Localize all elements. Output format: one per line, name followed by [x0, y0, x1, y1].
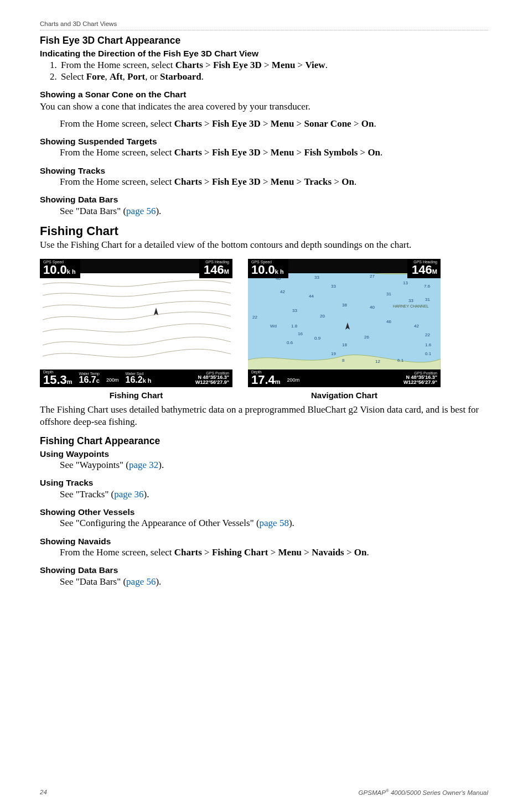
- svg-text:1.8: 1.8: [291, 324, 298, 329]
- svg-text:22: 22: [252, 315, 257, 320]
- svg-text:40: 40: [370, 305, 375, 310]
- fishing-chart-body: The Fishing Chart uses detailed bathymet…: [40, 404, 488, 428]
- figures-row: GPS Speed 10.0k h GPS Heading 146M Depth…: [40, 259, 488, 401]
- heading-showing-vessels: Showing Other Vessels: [40, 507, 488, 517]
- svg-text:27: 27: [370, 274, 375, 279]
- svg-text:Wd: Wd: [270, 324, 277, 329]
- svg-text:12: 12: [375, 359, 380, 364]
- svg-text:46: 46: [386, 319, 391, 324]
- figure-navigation-chart: HARNEY CHANNEL 403327 13337.6 424431 333…: [248, 259, 441, 401]
- map-area: HARNEY CHANNEL 403327 13337.6 424431 333…: [248, 273, 441, 369]
- link-page58[interactable]: page 58: [260, 518, 289, 528]
- suspended-step: From the Home screen, select Charts > Fi…: [60, 147, 488, 158]
- map-area: [40, 273, 232, 369]
- tracks-step: From the Home screen, select Charts > Fi…: [60, 176, 488, 188]
- svg-text:16: 16: [298, 331, 303, 336]
- readout-gps-speed: GPS Speed 10.0k h: [248, 259, 288, 278]
- link-page32[interactable]: page 32: [129, 460, 158, 470]
- figure-caption-navigation: Navigation Chart: [248, 391, 441, 401]
- sonar-cone-lead: You can show a cone that indicates the a…: [40, 101, 488, 112]
- step-text: From the Home screen, select Charts > Fi…: [61, 59, 328, 71]
- list-number: 2.: [50, 71, 61, 82]
- svg-text:33: 33: [292, 308, 297, 313]
- svg-text:0.9: 0.9: [314, 336, 321, 341]
- heading-showing-navaids: Showing Navaids: [40, 536, 488, 546]
- list-number: 1.: [50, 59, 61, 71]
- svg-text:42: 42: [280, 289, 285, 294]
- readout-gps-heading: GPS Heading 146M: [407, 259, 441, 278]
- svg-text:33: 33: [408, 298, 413, 303]
- heading-sonar-cone: Showing a Sonar Cone on the Chart: [40, 89, 488, 100]
- figure-fishing-chart: GPS Speed 10.0k h GPS Heading 146M Depth…: [40, 259, 232, 401]
- heading-suspended-targets: Showing Suspended Targets: [40, 136, 488, 147]
- svg-text:44: 44: [309, 294, 314, 299]
- heading-fisheye-appearance: Fish Eye 3D Chart Appearance: [40, 35, 488, 47]
- svg-text:31: 31: [386, 292, 391, 296]
- link-page56-b[interactable]: page 56: [126, 576, 156, 587]
- svg-rect-2: [248, 273, 441, 369]
- readout-gps-heading: GPS Heading 146M: [199, 259, 232, 278]
- footer-product: GPSMAP® 4000/5000 Series Owner's Manual: [359, 788, 488, 797]
- heading-using-tracks: Using Tracks: [40, 477, 488, 488]
- svg-text:1.6: 1.6: [425, 342, 432, 347]
- svg-text:33: 33: [314, 275, 319, 280]
- svg-text:22: 22: [425, 332, 430, 337]
- heading-using-waypoints: Using Waypoints: [40, 449, 488, 459]
- heading-showing-databars-2: Showing Data Bars: [40, 565, 488, 575]
- step-text: Select Fore, Aft, Port, or Starboard.: [61, 71, 204, 82]
- fishing-chart-intro: Use the Fishing Chart for a detailed vie…: [40, 239, 488, 251]
- tracks-ref: See "Tracks" (page 36).: [60, 488, 488, 500]
- svg-text:HARNEY CHANNEL: HARNEY CHANNEL: [393, 304, 429, 308]
- svg-text:20: 20: [320, 314, 325, 319]
- waypoints-ref: See "Waypoints" (page 32).: [60, 459, 488, 471]
- ordered-list-direction: 1. From the Home screen, select Charts >…: [50, 59, 488, 83]
- svg-text:0.6: 0.6: [287, 340, 293, 345]
- readout-gps-speed: GPS Speed 10.0k h: [40, 259, 80, 278]
- figure-caption-fishing: Fishing Chart: [40, 391, 232, 401]
- page-number: 24: [40, 788, 47, 797]
- svg-rect-0: [40, 273, 232, 369]
- svg-text:0.1: 0.1: [425, 351, 432, 356]
- heading-fishing-chart: Fishing Chart: [40, 223, 488, 239]
- svg-text:7.6: 7.6: [424, 284, 431, 289]
- link-page36[interactable]: page 36: [114, 489, 143, 499]
- heading-showing-tracks: Showing Tracks: [40, 165, 488, 176]
- screenshot-fishing-chart: GPS Speed 10.0k h GPS Heading 146M Depth…: [40, 259, 232, 387]
- sonar-cone-step: From the Home screen, select Charts > Fi…: [60, 118, 488, 129]
- svg-text:18: 18: [342, 342, 347, 347]
- databars-ref-1: See "Data Bars" (page 56).: [60, 205, 488, 217]
- svg-text:33: 33: [331, 284, 336, 289]
- link-page56-a[interactable]: page 56: [126, 206, 156, 216]
- running-header: Charts and 3D Chart Views: [40, 20, 488, 30]
- page-footer: 24 GPSMAP® 4000/5000 Series Owner's Manu…: [40, 788, 488, 797]
- heading-showing-databars-1: Showing Data Bars: [40, 194, 488, 205]
- svg-text:38: 38: [342, 303, 347, 308]
- screenshot-navigation-chart: HARNEY CHANNEL 403327 13337.6 424431 333…: [248, 259, 441, 387]
- vessels-ref: See "Configuring the Appearance of Other…: [60, 517, 488, 529]
- svg-text:26: 26: [364, 335, 369, 340]
- svg-text:31: 31: [425, 297, 430, 302]
- navaids-step: From the Home screen, select Charts > Fi…: [60, 546, 488, 558]
- heading-indicate-direction: Indicating the Direction of the Fish Eye…: [40, 48, 488, 59]
- heading-fishing-chart-appearance: Fishing Chart Appearance: [40, 435, 488, 447]
- readout-bottom-bar: Depth 15.3m Water Temp 16.7c 200m Water …: [40, 369, 232, 387]
- databars-ref-2: See "Data Bars" (page 56).: [60, 576, 488, 587]
- svg-text:6.1: 6.1: [397, 358, 404, 363]
- svg-text:42: 42: [414, 324, 419, 329]
- readout-bottom-bar: Depth 17.4m 200m GPS Position N 48°35'16…: [248, 369, 441, 387]
- svg-text:13: 13: [403, 280, 408, 285]
- svg-text:19: 19: [331, 351, 336, 356]
- svg-text:8: 8: [342, 358, 345, 363]
